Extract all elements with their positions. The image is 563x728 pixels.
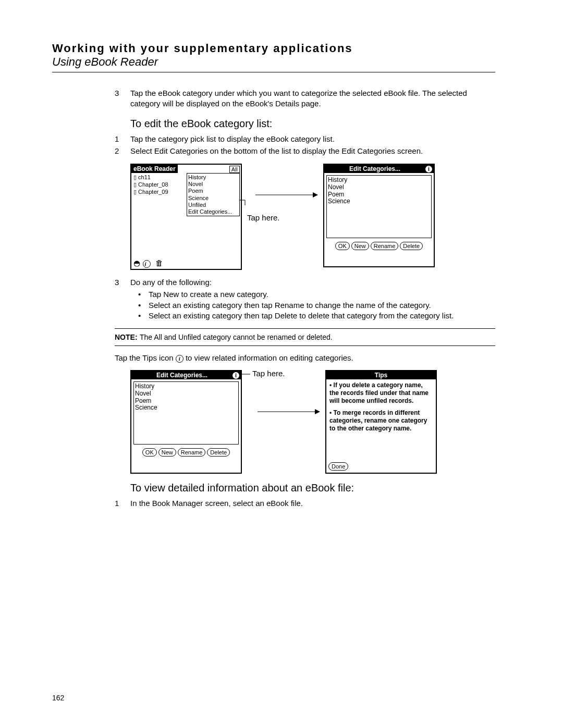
category-picklist[interactable]: All [229, 166, 240, 173]
step-text: Select Edit Categories on the bottom of … [130, 146, 423, 156]
step-text: Tap the eBook category under which you w… [130, 88, 495, 109]
done-button[interactable]: Done [328, 462, 348, 471]
rename-button[interactable]: Rename [178, 448, 206, 456]
note-label: NOTE: [115, 333, 138, 341]
list-item[interactable]: Science [135, 404, 237, 412]
trash-icon[interactable]: 🗑 [155, 258, 166, 267]
note-divider [115, 346, 495, 346]
delete-button[interactable]: Delete [207, 448, 230, 456]
app-title: eBook Reader [131, 165, 178, 173]
step-text: In the Book Manager screen, select an eB… [130, 498, 303, 509]
svg-marker-6 [315, 409, 320, 414]
info-icon[interactable]: i [425, 166, 432, 172]
svg-marker-3 [313, 192, 318, 198]
picklist-item[interactable]: Novel [188, 181, 238, 188]
category-list[interactable]: History Novel Poem Science [133, 381, 239, 445]
list-item[interactable]: Poem [328, 191, 430, 199]
figure-edit-category-list: eBook Reader All ▯ ch11 ▯ Chapter_08 ▯ C… [130, 164, 495, 270]
list-item[interactable]: Novel [135, 390, 237, 398]
step-text: Tap the category pick list to display th… [130, 134, 335, 144]
picklist-item[interactable]: Unfiled [188, 202, 238, 208]
ok-button[interactable]: OK [142, 448, 157, 456]
step-number: 1 [115, 134, 130, 144]
figure-caption: Tap here. [247, 213, 280, 222]
info-icon[interactable]: i [232, 372, 239, 379]
arrow-icon [258, 406, 341, 417]
chapter-heading-2: Using eBook Reader [52, 55, 495, 69]
step-text: Do any of the following: [130, 277, 212, 288]
tips-body: • If you delete a category name, the rec… [326, 379, 436, 461]
bullet-text: Select an existing category then tap Del… [149, 311, 454, 321]
step-number: 3 [115, 277, 130, 288]
dialog-title: Edit Categories... [324, 165, 425, 173]
picklist-item[interactable]: Edit Categories... [188, 208, 238, 215]
picklist-item[interactable]: History [188, 174, 238, 181]
body-text: to view related information on editing c… [183, 353, 353, 362]
note-divider [115, 328, 495, 329]
toolbar: ◓i 🗑 [131, 257, 168, 269]
picklist-selected: All [231, 166, 238, 172]
bullet-text: Select an existing category then tap Ren… [149, 300, 431, 311]
list-item[interactable]: History [328, 177, 430, 184]
rename-button[interactable]: Rename [371, 242, 399, 250]
body-text: Tap the Tips icon [115, 353, 176, 362]
picklist-item[interactable]: Poem [188, 188, 238, 194]
book-icon[interactable]: ◓ [133, 258, 143, 267]
step-number: 3 [115, 88, 130, 109]
step-number: 1 [115, 498, 130, 509]
section-heading: To view detailed information about an eB… [130, 482, 495, 494]
page-number: 162 [52, 694, 64, 702]
delete-button[interactable]: Delete [400, 242, 423, 250]
list-item[interactable]: Novel [328, 184, 430, 191]
list-item[interactable]: Science [328, 198, 430, 205]
info-icon[interactable]: i [143, 260, 151, 268]
step-number: 2 [115, 146, 130, 156]
header-rule [52, 72, 495, 72]
arrow-icon [255, 190, 339, 200]
bullet-text: Tap New to create a new category. [149, 289, 268, 300]
info-icon-inline: i [176, 355, 183, 363]
note-text: The All and Unfiled category cannot be r… [140, 333, 333, 341]
new-button[interactable]: New [158, 448, 176, 456]
list-item[interactable]: History [135, 383, 237, 390]
dialog-title: Tips [326, 371, 436, 379]
new-button[interactable]: New [351, 242, 369, 250]
section-heading: To edit the eBook category list: [130, 118, 495, 130]
category-list[interactable]: History Novel Poem Science [326, 175, 432, 238]
dialog-title: Edit Categories... [131, 371, 232, 379]
list-item[interactable]: Poem [135, 398, 237, 405]
figure-tips-dialog: Edit Categories... i History Novel Poem … [130, 370, 495, 474]
figure-caption: Tap here. [252, 369, 285, 378]
chapter-heading-1: Working with your supplementary applicat… [52, 42, 495, 55]
ok-button[interactable]: OK [335, 242, 350, 250]
picklist-item[interactable]: Science [188, 195, 238, 202]
